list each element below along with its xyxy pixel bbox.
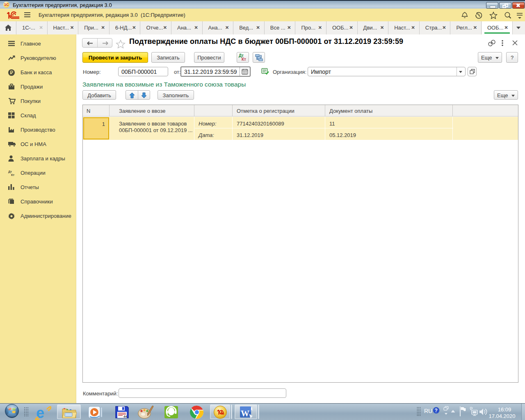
- svg-text:?: ?: [435, 408, 438, 413]
- svg-text:W: W: [241, 409, 249, 418]
- svg-text:-64: -64: [123, 415, 127, 418]
- svg-text:Кт: Кт: [11, 173, 15, 176]
